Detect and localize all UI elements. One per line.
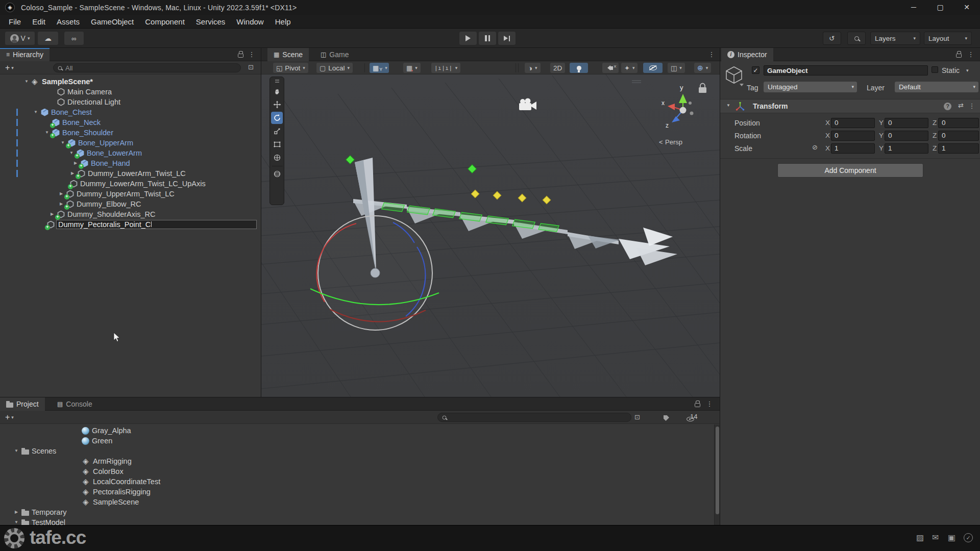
audio-toggle-button[interactable] — [602, 63, 619, 73]
pivot-dropdown[interactable]: ◱ Pivot ▾ — [273, 63, 308, 73]
transform-header[interactable]: ▼ Transform ? ⇄ ⋮ — [720, 99, 980, 113]
project-row[interactable]: ▼ Scenes — [0, 446, 720, 456]
hierarchy-row[interactable]: Dummy_Pectoralis_Point_C — [0, 219, 261, 230]
view-lock-icon[interactable] — [699, 84, 706, 93]
pick-matching-icon[interactable]: ⊡ — [248, 63, 254, 71]
rotation-y-field[interactable]: 0 — [885, 131, 928, 141]
snap-settings-dropdown[interactable]: ▦ ▾ — [403, 63, 421, 73]
link-broken-icon[interactable]: ⊘ — [812, 143, 818, 151]
local-dropdown[interactable]: ▢ Local ▾ — [316, 63, 353, 73]
scale-y-field[interactable]: 1 — [885, 143, 928, 154]
hierarchy-row[interactable]: ▶ Dummy_LowerArm_Twist_LC — [0, 168, 261, 179]
tab-inspector[interactable]: i Inspector — [721, 48, 773, 61]
move-tool-button[interactable] — [271, 98, 283, 111]
hierarchy-row[interactable]: ▶ Dummy_ShoulderAxis_RC — [0, 209, 261, 219]
tab-hierarchy[interactable]: ≡ Hierarchy — [0, 48, 50, 61]
scene-visibility-toggle[interactable] — [643, 63, 663, 73]
global-search-button[interactable] — [847, 32, 866, 45]
menu-file[interactable]: File — [3, 15, 27, 29]
menu-gameobject[interactable]: GameObject — [85, 15, 139, 29]
overlay-grip-icon[interactable] — [632, 81, 641, 83]
hierarchy-row[interactable]: ▶ Bone_Hand — [0, 158, 261, 168]
project-row[interactable]: SampleScene — [0, 497, 720, 507]
undo-history-button[interactable]: ↺ — [823, 32, 841, 45]
menu-component[interactable]: Component — [139, 15, 190, 29]
menu-edit[interactable]: Edit — [27, 15, 51, 29]
project-row[interactable]: Gray_Alpha — [0, 425, 720, 436]
hierarchy-row[interactable]: Directional Light — [0, 97, 261, 107]
project-row[interactable]: ▶ Temporary — [0, 507, 720, 517]
camera-overlay-dropdown[interactable]: ◫ ▾ — [668, 63, 685, 73]
foldout-arrow-icon[interactable]: ▼ — [12, 446, 20, 456]
name-field[interactable]: GameObject — [764, 65, 928, 76]
scene-viewport[interactable]: y x z < Persp — [261, 74, 720, 397]
rotation-z-field[interactable]: 0 — [938, 131, 979, 141]
close-button[interactable]: ✕ — [953, 0, 980, 15]
hierarchy-row[interactable]: ▼ Bone_UpperArm — [0, 138, 261, 148]
lock-icon[interactable] — [956, 54, 962, 58]
minimize-button[interactable]: ─ — [900, 0, 927, 15]
layers-dropdown[interactable]: Layers ▾ — [870, 32, 920, 45]
rotate-tool-button[interactable] — [271, 112, 283, 124]
step-button[interactable] — [498, 32, 516, 45]
position-z-field[interactable]: 0 — [938, 118, 979, 128]
lock-icon[interactable] — [695, 403, 700, 407]
hierarchy-row[interactable]: ▶ Dummy_UpperArm_Twist_LC — [0, 189, 261, 199]
lock-icon[interactable] — [238, 54, 243, 58]
foldout-arrow-icon[interactable]: ▼ — [32, 107, 40, 117]
help-icon[interactable]: ? — [944, 103, 951, 110]
pause-button[interactable] — [479, 32, 496, 45]
scale-x-field[interactable]: 1 — [831, 143, 875, 154]
hierarchy-row[interactable]: ▼ Bone_Shoulder — [0, 128, 261, 138]
overlay-drag-handle[interactable] — [271, 78, 283, 84]
project-search-input[interactable] — [437, 413, 631, 422]
menu-window[interactable]: Window — [231, 15, 269, 29]
create-asset-button[interactable]: + ▾ — [3, 412, 20, 422]
effects-dropdown[interactable]: ✦ ▾ — [621, 63, 638, 73]
kebab-menu-icon[interactable]: ⋮ — [707, 50, 716, 59]
rotation-x-field[interactable]: 0 — [831, 131, 875, 141]
tag-dropdown[interactable]: Untagged ▾ — [764, 82, 857, 92]
kebab-menu-icon[interactable]: ⋮ — [968, 102, 976, 111]
kebab-menu-icon[interactable]: ⋮ — [967, 50, 975, 59]
2d-toggle-button[interactable]: 2D — [550, 63, 565, 73]
add-component-button[interactable]: Add Component — [777, 163, 923, 178]
hierarchy-search-input[interactable]: All — [53, 63, 241, 72]
menu-services[interactable]: Services — [190, 15, 231, 29]
play-button[interactable] — [459, 32, 477, 45]
project-row[interactable]: Green — [0, 436, 720, 446]
version-control-button[interactable]: ∞ — [64, 32, 84, 45]
foldout-arrow-icon[interactable]: ▼ — [22, 77, 31, 87]
hierarchy-row[interactable]: Bone_Neck — [0, 117, 261, 128]
orientation-gizmo[interactable]: y x z — [662, 84, 694, 129]
hierarchy-row[interactable]: ▼ Bone_Chest — [0, 107, 261, 117]
persp-chevron-icon[interactable]: < — [659, 138, 663, 146]
tab-console[interactable]: ▤ Console — [51, 397, 99, 411]
static-checkbox[interactable] — [932, 66, 938, 73]
cloud-button[interactable]: ☁ — [38, 32, 58, 45]
shading-mode-dropdown[interactable]: ◑ ▾ — [525, 63, 541, 73]
lighting-toggle-button[interactable] — [570, 63, 588, 73]
menu-assets[interactable]: Assets — [51, 15, 85, 29]
menu-help[interactable]: Help — [270, 15, 297, 29]
kebab-menu-icon[interactable]: ⋮ — [248, 50, 256, 59]
pick-asset-icon[interactable]: ⊡ — [634, 413, 640, 421]
account-button[interactable]: V ▾ — [5, 32, 35, 45]
foldout-arrow-icon[interactable]: ▼ — [726, 103, 730, 108]
hierarchy-row[interactable]: ▼ Bone_LowerArm — [0, 148, 261, 158]
layer-dropdown[interactable]: Default ▾ — [895, 82, 978, 92]
tray-mail-icon[interactable]: ✉ — [932, 533, 939, 542]
maximize-button[interactable]: ▢ — [927, 0, 953, 15]
tray-check-icon[interactable]: ✓ — [964, 533, 973, 542]
camera-gizmo-icon[interactable] — [519, 98, 536, 111]
hierarchy-row[interactable]: Dummy_LowerArm_Twist_LC_UpAxis — [0, 179, 261, 189]
hierarchy-row[interactable]: ▶ Dummy_Elbow_RC — [0, 199, 261, 209]
tray-grid-icon[interactable]: ▨ — [916, 533, 924, 542]
rect-tool-button[interactable] — [271, 138, 283, 151]
project-row[interactable]: PectoralisRigging — [0, 487, 720, 497]
tab-game[interactable]: ◫ Game — [314, 48, 355, 61]
enabled-checkbox[interactable]: ✓ — [752, 66, 760, 74]
create-object-button[interactable]: + ▾ — [3, 63, 20, 73]
persp-label[interactable]: Persp — [665, 138, 682, 146]
hierarchy-row[interactable]: Main Camera — [0, 87, 261, 97]
